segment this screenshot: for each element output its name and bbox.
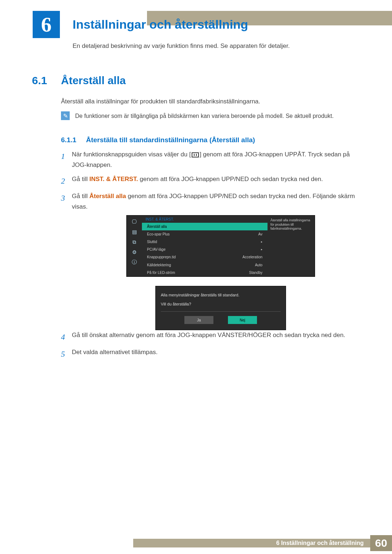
gear-icon: ⚙ bbox=[130, 249, 138, 255]
chapter-title: Inställningar och återställning bbox=[73, 17, 248, 32]
osd-confirm-dialog: Alla menyinställningar återställs till s… bbox=[155, 286, 286, 330]
dialog-line1: Alla menyinställningar återställs till s… bbox=[161, 292, 281, 298]
page-number: 60 bbox=[370, 535, 392, 551]
info-icon: ⓘ bbox=[130, 259, 138, 266]
step-1: 1 När funktionsknappsguiden visas väljer… bbox=[61, 149, 366, 171]
dialog-buttons: Ja Nej bbox=[161, 316, 281, 324]
osd-row-led[interactable]: På för LED-strömStandby bbox=[142, 269, 268, 276]
step-number: 3 bbox=[61, 191, 72, 212]
steps-list: 1 När funktionsknappsguiden visas väljer… bbox=[61, 149, 366, 216]
step-text: Det valda alternativet tillämpas. bbox=[72, 347, 366, 361]
step-3: 3 Gå till Återställ alla genom att föra … bbox=[61, 191, 366, 212]
section-description: Återställ alla inställningar för produkt… bbox=[61, 98, 260, 105]
note-text: De funktioner som är tillgängliga på bil… bbox=[75, 113, 373, 119]
page-footer: 6 Inställningar och återställning 60 bbox=[0, 535, 392, 553]
note-icon bbox=[61, 111, 70, 120]
section-title: Återställ alla bbox=[61, 74, 126, 87]
no-button[interactable]: Nej bbox=[228, 316, 257, 324]
osd-row-eco[interactable]: Eco-spar PlusAv bbox=[142, 230, 268, 238]
step-number: 4 bbox=[61, 330, 72, 344]
subsection-number: 6.1.1 bbox=[61, 136, 76, 144]
chapter-description: En detaljerad beskrivning av varje funkt… bbox=[73, 42, 290, 50]
dialog-line2: Vill du återställa? bbox=[161, 301, 281, 307]
step-2: 2 Gå till INST. & ÅTERST. genom att föra… bbox=[61, 174, 366, 188]
step-text: Gå till önskat alternativ genom att föra… bbox=[72, 330, 366, 344]
subsection-title: Återställa till standardinställningarna … bbox=[86, 136, 255, 144]
osd-sidebar: 🖵 ▤ ⧉ ⚙ ⓘ bbox=[127, 216, 142, 276]
picture-icon: ▤ bbox=[130, 229, 138, 235]
osd-menu-panel: 🖵 ▤ ⧉ ⚙ ⓘ INST. & ÅTERST. Återställ alla… bbox=[126, 215, 315, 277]
osd-row-srcdetect[interactable]: KälldetekteringAuto bbox=[142, 261, 268, 269]
step-number: 2 bbox=[61, 174, 72, 188]
resize-icon: ⧉ bbox=[130, 239, 138, 245]
osd-screenshot: 🖵 ▤ ⧉ ⚙ ⓘ INST. & ÅTERST. Återställ alla… bbox=[126, 215, 315, 328]
monitor-icon: 🖵 bbox=[130, 218, 138, 225]
osd-row-offtimer[interactable]: Sluttid▸ bbox=[142, 238, 268, 246]
step-text: När funktionsknappsguiden visas väljer d… bbox=[72, 149, 366, 171]
steps-list-continued: 4 Gå till önskat alternativ genom att fö… bbox=[61, 330, 366, 365]
osd-row-reset-all[interactable]: Återställ alla bbox=[142, 223, 268, 230]
osd-main: INST. & ÅTERST. Återställ alla Eco-spar … bbox=[142, 216, 268, 276]
step-text: Gå till INST. & ÅTERST. genom att föra J… bbox=[72, 174, 366, 188]
osd-row-repeat[interactable]: Knappupprepn.tidAcceleration bbox=[142, 253, 268, 261]
step-number: 5 bbox=[61, 347, 72, 361]
osd-row-pcav[interactable]: PC/AV-läge▸ bbox=[142, 246, 268, 253]
dialog-divider bbox=[161, 311, 281, 312]
osd-menu-title: INST. & ÅTERST. bbox=[142, 216, 268, 223]
osd-side-help: Återställ alla inställningarna för produ… bbox=[268, 216, 315, 276]
step-5: 5 Det valda alternativet tillämpas. bbox=[61, 347, 366, 361]
menu-icon bbox=[192, 152, 199, 157]
section-number: 6.1 bbox=[32, 74, 47, 87]
step-text: Gå till Återställ alla genom att föra JO… bbox=[72, 191, 366, 212]
chapter-number-badge: 6 bbox=[33, 11, 60, 38]
step-4: 4 Gå till önskat alternativ genom att fö… bbox=[61, 330, 366, 344]
yes-button[interactable]: Ja bbox=[184, 316, 213, 324]
footer-text: 6 Inställningar och återställning bbox=[276, 540, 364, 546]
step-number: 1 bbox=[61, 149, 72, 171]
